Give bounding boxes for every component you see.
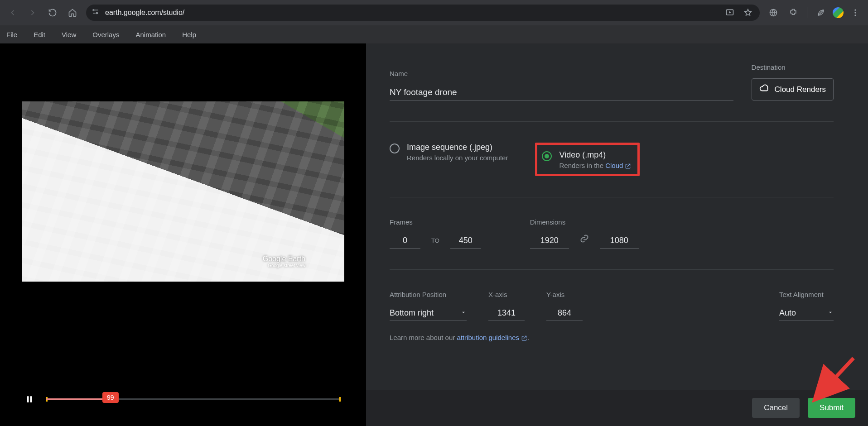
export-panel: Name Destination Cloud Renders — [366, 43, 868, 426]
name-label: Name — [390, 70, 733, 77]
format-video[interactable]: Video (.mp4) Renders in the Cloud — [542, 150, 631, 169]
svg-rect-8 — [30, 396, 32, 402]
frame-from-input[interactable] — [390, 233, 420, 249]
format-image-sequence[interactable]: Image sequence (.jpeg) Renders locally o… — [390, 143, 508, 176]
destination-label: Destination — [752, 63, 834, 71]
profile-avatar[interactable] — [832, 6, 844, 19]
reload-button[interactable] — [43, 4, 62, 22]
attribution-position-value: Bottom right — [390, 308, 434, 318]
attribution-watermark: Google Earth Google street view — [263, 255, 305, 268]
yaxis-label: Y-axis — [546, 291, 583, 298]
menu-help[interactable]: Help — [182, 31, 196, 38]
xaxis-label: X-axis — [488, 291, 525, 298]
nav-back-button[interactable] — [4, 4, 22, 22]
external-link-icon — [521, 335, 527, 341]
address-bar[interactable]: earth.google.com/studio/ — [86, 5, 760, 21]
chevron-down-icon — [460, 308, 467, 318]
menu-edit[interactable]: Edit — [34, 31, 45, 38]
text-alignment-select[interactable]: Auto — [779, 306, 834, 321]
format-image-title: Image sequence (.jpeg) — [407, 143, 508, 152]
radio-checked-icon — [542, 151, 552, 161]
cloud-icon — [759, 83, 769, 96]
svg-point-5 — [854, 12, 856, 13]
timeline-end-marker — [339, 397, 341, 402]
attribution-title: Google Earth — [263, 255, 305, 263]
timeline-scrubber[interactable]: 99 — [46, 398, 341, 400]
app-menu-bar: File Edit View Overlays Animation Help — [0, 25, 868, 43]
external-link-icon — [625, 163, 631, 169]
format-image-sub: Renders locally on your computer — [407, 154, 508, 162]
cloud-link[interactable]: Cloud — [605, 162, 631, 169]
menu-view[interactable]: View — [62, 31, 76, 38]
svg-point-4 — [854, 10, 856, 11]
frames-label: Frames — [390, 218, 481, 226]
kebab-menu-icon[interactable] — [846, 4, 864, 22]
preview-viewport[interactable]: Google Earth Google street view — [22, 101, 344, 282]
svg-rect-7 — [27, 396, 29, 402]
preview-panel: Google Earth Google street view 99 — [0, 43, 366, 426]
menu-overlays[interactable]: Overlays — [92, 31, 119, 38]
frame-to-input[interactable] — [450, 233, 481, 249]
attribution-help-text: Learn more about our attribution guideli… — [390, 334, 834, 341]
width-input[interactable] — [530, 233, 569, 249]
radio-unchecked-icon — [390, 144, 400, 153]
svg-point-1 — [96, 13, 98, 14]
svg-point-0 — [93, 10, 94, 11]
divider — [807, 7, 807, 18]
globe-icon[interactable] — [764, 4, 782, 22]
nav-forward-button[interactable] — [24, 4, 42, 22]
pause-button[interactable] — [25, 394, 34, 404]
browser-toolbar: earth.google.com/studio/ — [0, 0, 868, 25]
chevron-down-icon — [827, 308, 834, 318]
height-input[interactable] — [600, 233, 639, 249]
extensions-icon[interactable] — [784, 4, 802, 22]
submit-button[interactable]: Submit — [808, 398, 855, 418]
menu-file[interactable]: File — [6, 31, 17, 38]
home-button[interactable] — [63, 4, 82, 22]
text-alignment-value: Auto — [779, 308, 796, 318]
yaxis-input[interactable] — [546, 306, 583, 321]
format-video-sub: Renders in the Cloud — [559, 162, 631, 169]
url-text: earth.google.com/studio/ — [105, 9, 184, 17]
leaf-icon[interactable] — [812, 4, 830, 22]
site-settings-icon[interactable] — [92, 8, 100, 18]
svg-point-6 — [854, 14, 856, 16]
destination-button[interactable]: Cloud Renders — [752, 78, 834, 101]
format-video-title: Video (.mp4) — [559, 150, 631, 160]
attribution-position-label: Attribution Position — [390, 291, 467, 298]
text-alignment-label: Text Alignment — [779, 291, 834, 298]
xaxis-input[interactable] — [488, 306, 525, 321]
destination-button-label: Cloud Renders — [775, 85, 826, 94]
annotation-highlight: Video (.mp4) Renders in the Cloud — [535, 143, 640, 176]
link-dimensions-icon[interactable] — [580, 234, 589, 249]
frame-to-label: TO — [431, 237, 439, 249]
playhead-badge[interactable]: 99 — [102, 392, 119, 403]
cancel-button[interactable]: Cancel — [752, 398, 800, 418]
menu-animation[interactable]: Animation — [135, 31, 166, 38]
dimensions-label: Dimensions — [530, 218, 639, 226]
bookmark-star-icon[interactable] — [742, 6, 754, 19]
name-input[interactable] — [390, 85, 733, 101]
attribution-position-select[interactable]: Bottom right — [390, 306, 467, 321]
install-app-icon[interactable] — [723, 6, 736, 19]
export-footer: Cancel Submit — [366, 390, 868, 426]
attribution-guidelines-link[interactable]: attribution guidelines — [457, 334, 527, 341]
attribution-subtitle: Google street view — [263, 263, 305, 268]
timeline-progress — [46, 398, 105, 400]
